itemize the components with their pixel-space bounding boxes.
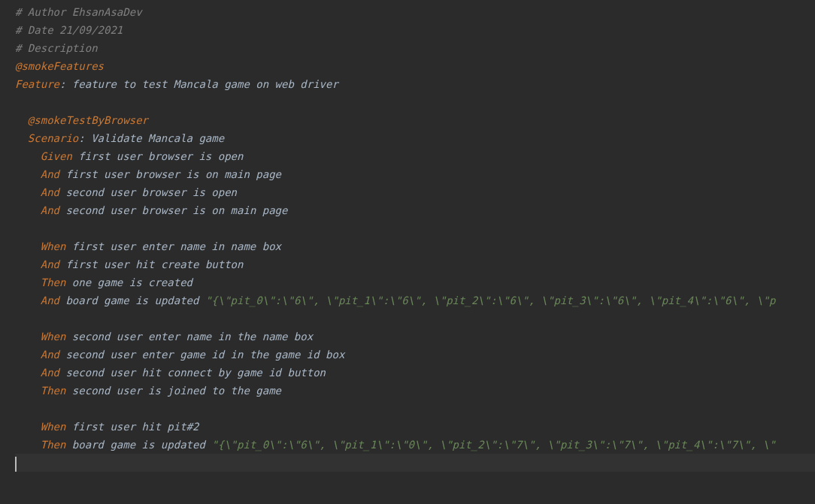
code-line[interactable]: And first user hit create button [15, 255, 815, 273]
code-line[interactable]: # Description [15, 39, 815, 57]
and-keyword: And [15, 186, 59, 198]
code-line[interactable]: And board game is updated "{\"pit_0\":\"… [15, 291, 815, 309]
code-line[interactable]: Then second user is joined to the game [15, 382, 815, 400]
code-line[interactable]: Then one game is created [15, 273, 815, 291]
and-keyword: And [15, 204, 59, 216]
when-keyword: When [15, 421, 65, 433]
tag: @smokeTestByBrowser [15, 114, 148, 126]
code-line[interactable]: And first user browser is on main page [15, 165, 815, 183]
and-keyword: And [15, 294, 59, 306]
code-line[interactable]: Given first user browser is open [15, 147, 815, 165]
code-line[interactable]: And second user browser is open [15, 183, 815, 201]
step-text: first user browser is open [72, 150, 244, 162]
scenario-keyword: Scenario [15, 132, 78, 144]
code-line[interactable] [15, 309, 815, 327]
step-text: first user browser is on main page [59, 168, 281, 180]
step-text: board game is updated [65, 439, 211, 451]
step-text: second user browser is on main page [59, 204, 287, 216]
gutter [0, 3, 15, 504]
code-line[interactable]: And second user browser is on main page [15, 201, 815, 219]
code-line[interactable]: Feature: feature to test Mancala game on… [15, 75, 815, 93]
feature-text: : feature to test Mancala game on web dr… [59, 78, 338, 90]
code-line[interactable] [15, 472, 815, 490]
code-line[interactable]: # Author EhsanAsaDev [15, 3, 815, 21]
step-text: second user hit connect by game id butto… [59, 367, 326, 379]
code-line[interactable]: @smokeTestByBrowser [15, 111, 815, 129]
step-text: first user enter name in name box [65, 240, 281, 252]
feature-keyword: Feature [15, 78, 59, 90]
step-text: board game is updated [59, 294, 205, 306]
code-line[interactable]: @smokeFeatures [15, 57, 815, 75]
step-text: second user is joined to the game [65, 385, 281, 397]
and-keyword: And [15, 258, 59, 270]
then-keyword: Then [15, 439, 65, 451]
step-text: second user browser is open [59, 186, 237, 198]
tag: @smokeFeatures [15, 60, 104, 72]
code-line[interactable]: # Date 21/09/2021 [15, 21, 815, 39]
and-keyword: And [15, 349, 59, 361]
code-line[interactable]: And second user enter game id in the gam… [15, 346, 815, 364]
step-text: one game is created [65, 276, 192, 288]
then-keyword: Then [15, 385, 65, 397]
then-keyword: Then [15, 276, 65, 288]
scenario-text: : Validate Mancala game [78, 132, 224, 144]
code-line-cursor[interactable] [15, 454, 815, 472]
comment: # Date 21/09/2021 [15, 24, 123, 36]
and-keyword: And [15, 168, 59, 180]
code-line[interactable] [15, 400, 815, 418]
comment: # Author EhsanAsaDev [15, 6, 142, 18]
code-line[interactable]: And second user hit connect by game id b… [15, 364, 815, 382]
string-literal: "{\"pit_0\":\"6\", \"pit_1\":\"0\", \"pi… [211, 439, 775, 451]
and-keyword: And [15, 367, 59, 379]
comment: # Description [15, 42, 98, 54]
code-line[interactable]: Then board game is updated "{\"pit_0\":\… [15, 436, 815, 454]
given-keyword: Given [15, 150, 72, 162]
step-text: second user enter name in the name box [65, 330, 313, 343]
code-area[interactable]: # Author EhsanAsaDev # Date 21/09/2021 #… [15, 3, 815, 504]
code-line[interactable]: When first user hit pit#2 [15, 418, 815, 436]
code-line[interactable]: Scenario: Validate Mancala game [15, 129, 815, 147]
when-keyword: When [15, 330, 65, 343]
string-literal: "{\"pit_0\":\"6\", \"pit_1\":\"6\", \"pi… [205, 294, 776, 306]
code-line[interactable]: When first user enter name in name box [15, 237, 815, 255]
step-text: second user enter game id in the game id… [59, 349, 344, 361]
text-cursor [15, 457, 17, 472]
step-text: first user hit create button [59, 258, 243, 270]
code-editor[interactable]: # Author EhsanAsaDev # Date 21/09/2021 #… [0, 3, 815, 504]
when-keyword: When [15, 240, 65, 252]
step-text: first user hit pit#2 [65, 421, 198, 433]
code-line[interactable]: When second user enter name in the name … [15, 327, 815, 346]
code-line[interactable] [15, 490, 815, 504]
code-line[interactable] [15, 219, 815, 237]
code-line[interactable] [15, 93, 815, 111]
